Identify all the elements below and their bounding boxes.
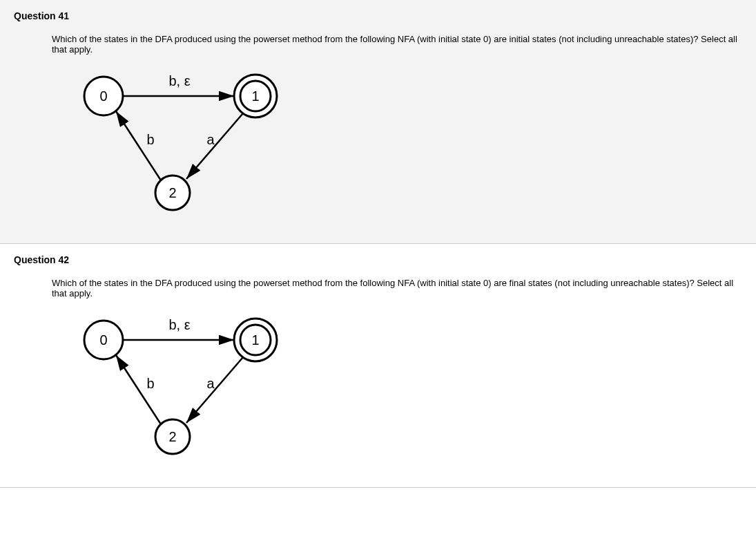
node-2-label: 2 [168,185,176,200]
edge-2-0-label: b [146,376,154,391]
edge-0-1-label: b, ε [168,73,190,88]
node-2-label: 2 [168,429,176,444]
question-41-nfa-diagram: 0 1 2 b, ε a b [62,68,742,222]
question-42-title: Question 42 [14,254,742,265]
nfa-svg: 0 1 2 b, ε a b [62,312,311,464]
node-0-label: 0 [99,88,107,104]
svg-line-5 [186,113,243,179]
svg-line-12 [186,357,243,423]
node-1-label: 1 [251,88,259,104]
nfa-svg: 0 1 2 b, ε a b [62,68,311,220]
question-42-block: Question 42 Which of the states in the D… [0,244,756,488]
question-41-prompt: Which of the states in the DFA produced … [52,34,742,55]
question-42-prompt: Which of the states in the DFA produced … [52,278,742,298]
node-0-label: 0 [99,332,107,348]
node-1-label: 1 [251,332,259,348]
edge-2-0-label: b [146,132,154,147]
edge-1-2-label: a [206,132,215,147]
edge-1-2-label: a [206,376,215,391]
question-41-block: Question 41 Which of the states in the D… [0,0,756,244]
question-41-title: Question 41 [14,10,742,21]
edge-0-1-label: b, ε [168,317,190,332]
question-42-nfa-diagram: 0 1 2 b, ε a b [62,312,742,466]
